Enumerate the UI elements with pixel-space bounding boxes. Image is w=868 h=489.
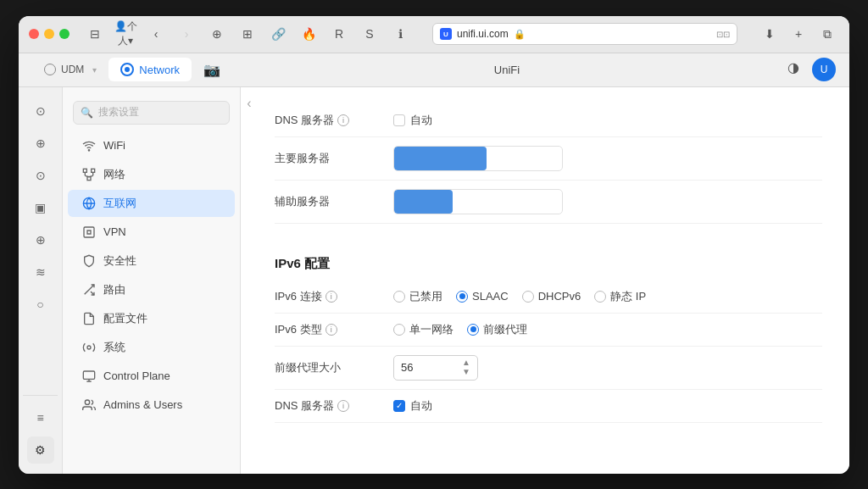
titlebar: ⊟ 👤个人▾ ‹ › ⊕ ⊞ 🔗 🔥 R S ℹ U unifi.ui.com … bbox=[19, 16, 849, 53]
sidebar-item-network[interactable]: 网络 bbox=[68, 161, 235, 188]
fire-icon-btn[interactable]: 🔥 bbox=[297, 25, 320, 43]
topology-icon-btn[interactable]: ⊞ bbox=[236, 25, 259, 43]
secondary-server-row: 辅助服务器 bbox=[275, 181, 822, 224]
content-scroll: DNS 服务器 i 自动 主要服务器 bbox=[241, 87, 849, 474]
search-input-container[interactable]: 🔍 搜索设置 bbox=[73, 101, 230, 125]
radio-slaac[interactable]: SLAAC bbox=[456, 290, 509, 303]
ipv6-section-title: IPv6 配置 bbox=[275, 244, 822, 281]
link-icon-btn[interactable]: 🔗 bbox=[266, 25, 290, 43]
radio-disabled-btn[interactable] bbox=[393, 291, 405, 303]
radio-slaac-btn[interactable] bbox=[456, 291, 468, 303]
secondary-server-input[interactable] bbox=[393, 189, 563, 214]
spinner-up[interactable]: ▲ bbox=[462, 358, 470, 367]
ipv6-type-info-icon[interactable]: i bbox=[326, 324, 337, 336]
svg-rect-10 bbox=[84, 227, 94, 237]
tab-cam[interactable]: 📷 bbox=[192, 57, 232, 83]
primary-server-input[interactable] bbox=[393, 146, 563, 171]
sidebar-icon-display[interactable]: ▣ bbox=[27, 194, 54, 221]
info-icon-btn[interactable]: ℹ bbox=[388, 25, 412, 43]
radio-prefix-proxy[interactable]: 前缀代理 bbox=[467, 322, 527, 337]
dns-auto-checkbox[interactable] bbox=[393, 114, 405, 126]
sidebar-item-vpn[interactable]: VPN bbox=[68, 219, 235, 246]
svg-line-7 bbox=[89, 175, 93, 176]
sidebar-item-routing[interactable]: 路由 bbox=[68, 276, 235, 303]
radio-prefix-proxy-btn[interactable] bbox=[467, 324, 479, 336]
tab-udm[interactable]: UDM ▾ bbox=[32, 58, 108, 81]
radio-disabled[interactable]: 已禁用 bbox=[393, 289, 442, 304]
tabs-button[interactable]: ⧉ bbox=[815, 25, 839, 43]
dns-info-icon[interactable]: i bbox=[337, 114, 349, 126]
main-area: ⊙ ⊕ ⊙ ▣ ⊕ ≋ ○ ≡ ⚙ 🔍 搜索设置 bbox=[19, 87, 849, 474]
primary-server-row: 主要服务器 bbox=[275, 137, 822, 181]
profile-button[interactable]: 👤个人▾ bbox=[114, 25, 137, 43]
search-icon-btn[interactable]: ⊕ bbox=[205, 25, 229, 43]
sidebar-item-internet[interactable]: 互联网 bbox=[68, 190, 235, 217]
sidebar-item-config-label: 配置文件 bbox=[103, 311, 147, 326]
sidebar-icon-gear[interactable]: ⚙ bbox=[27, 436, 54, 464]
sidebar-item-wifi-label: WiFi bbox=[103, 139, 125, 152]
tab-network[interactable]: Network bbox=[108, 58, 192, 81]
maximize-button[interactable] bbox=[59, 29, 70, 39]
sidebar-icon-users[interactable]: ⊕ bbox=[27, 226, 54, 253]
url-text: unifi.ui.com bbox=[457, 28, 509, 40]
svg-point-15 bbox=[85, 400, 89, 404]
sidebar-icon-network[interactable]: ⊙ bbox=[27, 97, 54, 125]
new-tab-button[interactable]: + bbox=[787, 25, 810, 43]
ipv6-dns-auto-checkbox[interactable]: ✓ bbox=[393, 400, 405, 412]
primary-server-label: 主要服务器 bbox=[275, 151, 393, 166]
back-button[interactable]: ‹ bbox=[144, 25, 168, 43]
lock-icon: 🔒 bbox=[514, 29, 526, 40]
download-icon-btn[interactable]: ⬇ bbox=[758, 25, 782, 43]
user-avatar-button[interactable]: U bbox=[812, 58, 836, 81]
radio-dhcpv6[interactable]: DHCPv6 bbox=[522, 290, 581, 303]
sidebar-icon-analytics[interactable]: ≋ bbox=[27, 258, 54, 286]
forward-button[interactable]: › bbox=[175, 25, 198, 43]
shield-icon bbox=[81, 253, 97, 269]
radio-single-network[interactable]: 单一网络 bbox=[393, 322, 453, 337]
dns-auto-checkbox-row[interactable]: 自动 bbox=[393, 113, 432, 128]
s-icon-btn[interactable]: S bbox=[358, 25, 381, 43]
radio-static[interactable]: 静态 IP bbox=[594, 289, 646, 304]
sidebar-nav: 🔍 搜索设置 WiFi bbox=[63, 87, 241, 474]
tab-udm-label: UDM bbox=[61, 64, 84, 75]
secondary-server-fill bbox=[394, 190, 453, 214]
ipv6-connection-info-icon[interactable]: i bbox=[326, 291, 337, 303]
sidebar-icon-settings[interactable]: ⊙ bbox=[27, 162, 54, 189]
sidebar-item-control-plane[interactable]: Control Plane bbox=[68, 363, 235, 390]
svg-point-13 bbox=[87, 346, 91, 349]
content-panel: ‹ DNS 服务器 i 自动 bbox=[241, 87, 849, 474]
sidebar-item-system[interactable]: 系统 bbox=[68, 334, 235, 361]
spinner-down[interactable]: ▼ bbox=[462, 368, 470, 376]
sidebar-item-wifi[interactable]: WiFi bbox=[68, 132, 235, 159]
sidebar-icon-doc[interactable]: ≡ bbox=[27, 404, 54, 431]
back-panel-button[interactable]: ‹ bbox=[241, 87, 258, 474]
svg-point-0 bbox=[88, 149, 89, 150]
r-icon-btn[interactable]: R bbox=[327, 25, 351, 43]
primary-server-fill bbox=[394, 147, 487, 170]
ipv6-dns-label: DNS 服务器 i bbox=[275, 398, 393, 414]
theme-toggle-button[interactable]: ◑ bbox=[782, 58, 805, 76]
minimize-button[interactable] bbox=[44, 29, 54, 39]
ipv6-dns-auto-checkbox-row[interactable]: ✓ 自动 bbox=[393, 398, 432, 414]
url-bar[interactable]: U unifi.ui.com 🔒 ⊡⊡ bbox=[432, 23, 737, 45]
svg-rect-1 bbox=[83, 169, 86, 172]
network-icon bbox=[81, 167, 97, 182]
sidebar-icon-dot[interactable]: ○ bbox=[27, 291, 54, 318]
ipv6-connection-row: IPv6 连接 i 已禁用 SLAAC bbox=[275, 281, 822, 314]
sidebar-item-security-label: 安全性 bbox=[103, 253, 136, 269]
sidebar-item-security[interactable]: 安全性 bbox=[68, 247, 235, 275]
prefix-size-input[interactable]: 56 ▲ ▼ bbox=[393, 355, 478, 381]
sidebar-item-control-plane-label: Control Plane bbox=[103, 370, 170, 382]
sidebar-item-admins[interactable]: Admins & Users bbox=[68, 392, 235, 419]
close-button[interactable] bbox=[29, 29, 39, 39]
sidebar-icon-topology[interactable]: ⊕ bbox=[27, 130, 54, 157]
svg-line-6 bbox=[85, 175, 89, 176]
radio-static-btn[interactable] bbox=[594, 291, 606, 303]
prefix-size-control: 56 ▲ ▼ bbox=[393, 355, 822, 381]
sidebar-toggle-button[interactable]: ⊟ bbox=[83, 25, 107, 43]
ipv6-dns-info-icon[interactable]: i bbox=[337, 400, 349, 412]
spinner: ▲ ▼ bbox=[462, 358, 470, 376]
radio-dhcpv6-btn[interactable] bbox=[522, 291, 534, 303]
radio-single-network-btn[interactable] bbox=[393, 324, 405, 336]
sidebar-item-config[interactable]: 配置文件 bbox=[68, 305, 235, 332]
